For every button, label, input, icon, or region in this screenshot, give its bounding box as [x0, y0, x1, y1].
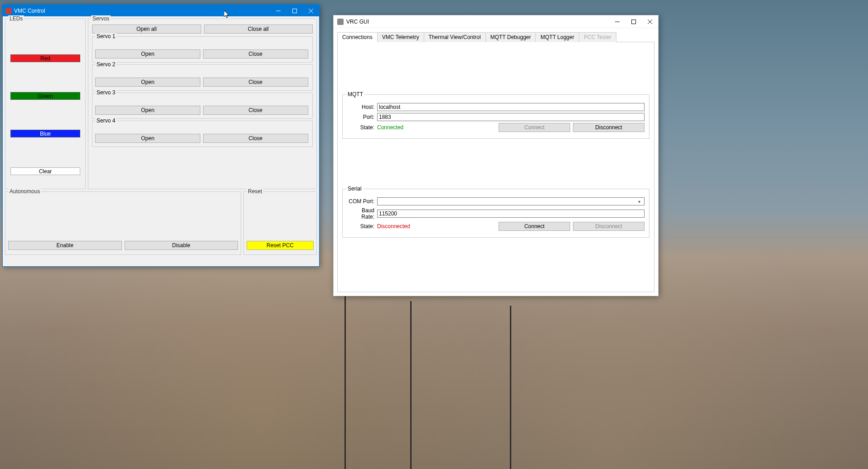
mqtt-port-label: Port: — [347, 114, 374, 120]
serial-state-value: Disconnected — [377, 223, 410, 230]
servos-title: Servos — [91, 15, 111, 22]
serial-baud-input[interactable] — [377, 210, 645, 218]
mqtt-host-label: Host: — [347, 104, 374, 110]
servo-2-group: Servo 2 Open Close — [92, 64, 313, 91]
connections-panel: MQTT Host: Port: State: Connected Connec… — [337, 42, 655, 292]
maximize-button[interactable] — [626, 16, 642, 27]
svg-rect-1 — [293, 9, 297, 13]
reset-group: Reset Reset PCC — [243, 191, 317, 255]
vrc-app-icon — [337, 19, 344, 25]
servo-4-open-button[interactable]: Open — [95, 134, 200, 143]
serial-disconnect-button[interactable]: Disconnect — [573, 222, 645, 231]
chevron-down-icon: ▾ — [635, 199, 643, 204]
leds-group: LEDs Red Green Blue Clear — [5, 19, 86, 189]
autonomous-title: Autonomous — [8, 188, 41, 195]
vrc-title: VRC GUI — [346, 19, 369, 25]
led-green-button[interactable]: Green — [10, 92, 80, 100]
vmc-titlebar[interactable]: VMC Control — [3, 5, 319, 16]
serial-fieldset: Serial COM Port: ▾ Baud Rate: State: — [342, 189, 650, 238]
servo-3-group: Servo 3 Open Close — [92, 93, 313, 119]
led-clear-button[interactable]: Clear — [10, 167, 80, 175]
vrc-titlebar[interactable]: VRC GUI — [334, 15, 658, 28]
servo-2-open-button[interactable]: Open — [95, 78, 200, 87]
servo-3-close-button[interactable]: Close — [203, 106, 308, 115]
servo-1-title: Servo 1 — [95, 33, 116, 39]
leds-title: LEDs — [8, 15, 24, 22]
serial-connect-button[interactable]: Connect — [499, 222, 570, 231]
vrc-gui-window: VRC GUI Connections VMC Telemetry Therma… — [333, 15, 659, 296]
servo-4-title: Servo 4 — [95, 117, 116, 124]
tab-thermal-view[interactable]: Thermal View/Control — [424, 32, 486, 42]
reset-title: Reset — [247, 188, 263, 195]
mqtt-legend: MQTT — [346, 91, 364, 98]
tab-pcc-tester[interactable]: PCC Tester — [579, 32, 616, 42]
vmc-app-icon — [5, 8, 12, 14]
close-button[interactable] — [303, 5, 319, 16]
servo-2-title: Servo 2 — [95, 61, 116, 68]
mqtt-port-input[interactable] — [377, 113, 645, 121]
serial-baud-label: Baud Rate: — [347, 207, 374, 220]
servo-4-group: Servo 4 Open Close — [92, 121, 313, 147]
mqtt-fieldset: MQTT Host: Port: State: Connected Connec… — [342, 94, 650, 139]
mqtt-state-label: State: — [347, 124, 374, 131]
servo-1-group: Servo 1 Open Close — [92, 36, 313, 63]
vrc-tabs: Connections VMC Telemetry Thermal View/C… — [337, 32, 655, 42]
disable-button[interactable]: Disable — [125, 241, 238, 250]
tab-mqtt-logger[interactable]: MQTT Logger — [535, 32, 579, 42]
servo-3-title: Servo 3 — [95, 89, 116, 96]
minimize-button[interactable] — [270, 5, 286, 16]
serial-state-label: State: — [347, 223, 374, 230]
vmc-control-window: VMC Control LEDs Red Green Blue Clear Se… — [2, 5, 320, 267]
serial-legend: Serial — [346, 186, 363, 192]
tab-connections[interactable]: Connections — [337, 32, 378, 42]
servo-1-close-button[interactable]: Close — [203, 49, 308, 59]
open-all-button[interactable]: Open all — [92, 24, 201, 34]
mqtt-host-input[interactable] — [377, 103, 645, 111]
servo-3-open-button[interactable]: Open — [95, 106, 200, 115]
mqtt-connect-button[interactable]: Connect — [499, 123, 570, 132]
led-blue-button[interactable]: Blue — [10, 130, 80, 137]
enable-button[interactable]: Enable — [8, 241, 122, 250]
vmc-title: VMC Control — [14, 8, 45, 14]
maximize-button[interactable] — [286, 5, 303, 16]
close-button[interactable] — [642, 16, 658, 27]
reset-pcc-button[interactable]: Reset PCC — [247, 241, 314, 250]
autonomous-group: Autonomous Enable Disable — [5, 191, 241, 255]
serial-com-select[interactable]: ▾ — [377, 197, 645, 205]
mqtt-state-value: Connected — [377, 124, 403, 131]
servo-4-close-button[interactable]: Close — [203, 134, 308, 143]
mqtt-disconnect-button[interactable]: Disconnect — [573, 123, 645, 132]
servo-1-open-button[interactable]: Open — [95, 49, 200, 59]
tab-mqtt-debugger[interactable]: MQTT Debugger — [485, 32, 536, 42]
close-all-button[interactable]: Close all — [204, 24, 313, 34]
led-red-button[interactable]: Red — [10, 54, 80, 62]
servo-2-close-button[interactable]: Close — [203, 78, 308, 87]
tab-vmc-telemetry[interactable]: VMC Telemetry — [377, 32, 424, 42]
svg-rect-5 — [632, 20, 636, 24]
minimize-button[interactable] — [609, 16, 626, 27]
servos-group: Servos Open all Close all Servo 1 Open C… — [88, 19, 317, 189]
serial-com-label: COM Port: — [347, 198, 374, 205]
